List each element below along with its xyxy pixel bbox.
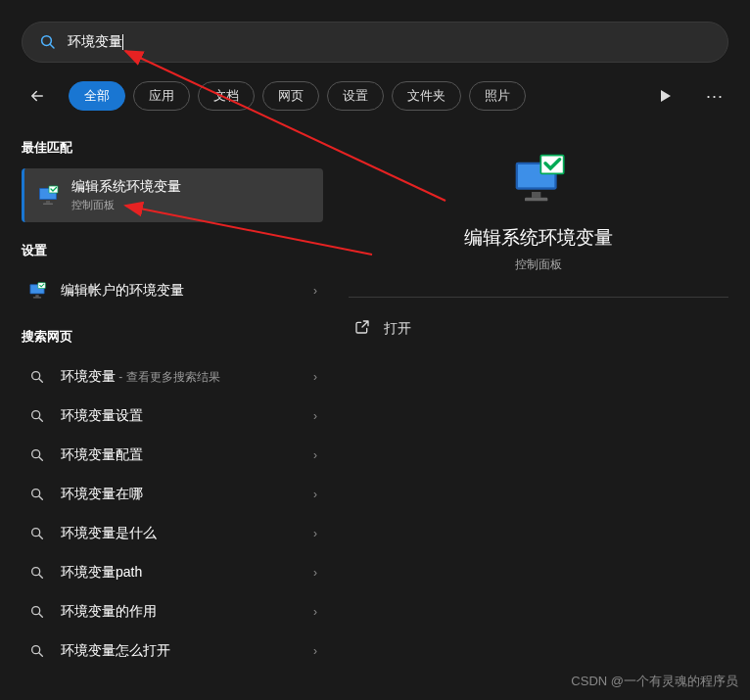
section-settings: 设置 xyxy=(22,242,323,259)
web-item-label: 环境变量设置 xyxy=(61,407,300,425)
web-search-item[interactable]: 环境变量path› xyxy=(22,553,323,592)
settings-item-label: 编辑帐户的环境变量 xyxy=(61,282,300,300)
search-icon xyxy=(27,406,47,426)
search-icon xyxy=(27,367,47,387)
web-item-label: 环境变量是什么 xyxy=(61,525,300,542)
chevron-right-icon: › xyxy=(313,370,317,384)
svg-rect-4 xyxy=(46,201,50,204)
svg-rect-11 xyxy=(38,283,46,289)
tab-apps[interactable]: 应用 xyxy=(133,81,190,111)
svg-point-12 xyxy=(32,372,40,380)
search-icon xyxy=(27,641,47,661)
tab-all[interactable]: 全部 xyxy=(69,81,125,111)
settings-item[interactable]: 编辑帐户的环境变量 › xyxy=(22,271,323,310)
search-icon xyxy=(27,602,47,622)
svg-rect-10 xyxy=(33,297,41,298)
arrow-left-icon xyxy=(28,87,46,105)
svg-line-27 xyxy=(39,653,42,656)
svg-rect-30 xyxy=(532,192,540,198)
svg-line-19 xyxy=(39,496,42,499)
best-match-subtitle: 控制面板 xyxy=(71,198,311,212)
tabs-row: 全部 应用 文档 网页 设置 文件夹 照片 ··· xyxy=(22,80,728,112)
back-button[interactable] xyxy=(22,80,53,112)
web-search-item[interactable]: 环境变量的作用› xyxy=(22,592,323,631)
web-search-item[interactable]: 环境变量是什么› xyxy=(22,514,323,553)
chevron-right-icon: › xyxy=(313,644,317,658)
best-match-title: 编辑系统环境变量 xyxy=(71,178,311,196)
svg-point-14 xyxy=(32,411,40,419)
svg-point-26 xyxy=(32,646,40,654)
open-external-icon xyxy=(354,319,370,338)
web-item-label: 环境变量的作用 xyxy=(61,603,300,621)
results-panel: 最佳匹配 编辑系统环境变量 控制面板 设置 xyxy=(0,133,345,671)
watermark: CSDN @一个有灵魂的程序员 xyxy=(571,673,738,690)
web-search-item[interactable]: 环境变量在哪› xyxy=(22,475,323,514)
web-item-label: 环境变量怎么打开 xyxy=(61,642,300,660)
text-cursor-icon xyxy=(122,34,123,50)
svg-line-17 xyxy=(39,457,42,460)
search-icon xyxy=(27,563,47,583)
svg-rect-5 xyxy=(43,203,53,205)
monitor-check-icon xyxy=(27,281,47,301)
chevron-right-icon: › xyxy=(313,488,317,501)
web-item-label: 环境变量配置 xyxy=(61,446,300,464)
search-icon xyxy=(38,32,58,52)
svg-line-15 xyxy=(39,418,42,421)
detail-subtitle: 控制面板 xyxy=(349,257,728,273)
web-item-label: 环境变量 - 查看更多搜索结果 xyxy=(61,368,300,386)
web-search-item[interactable]: 环境变量配置› xyxy=(22,436,323,475)
chevron-right-icon: › xyxy=(313,284,317,298)
chevron-right-icon: › xyxy=(313,527,317,540)
tab-photos[interactable]: 照片 xyxy=(469,81,526,111)
section-web: 搜索网页 xyxy=(22,328,323,346)
svg-line-21 xyxy=(39,536,42,538)
section-best-match: 最佳匹配 xyxy=(22,139,323,157)
monitor-check-icon xyxy=(511,151,566,206)
svg-point-20 xyxy=(32,529,40,537)
chevron-right-icon: › xyxy=(313,409,317,423)
svg-rect-9 xyxy=(35,295,38,297)
search-icon xyxy=(27,524,47,543)
search-query-text: 环境变量 xyxy=(68,33,122,51)
detail-panel: 编辑系统环境变量 控制面板 打开 xyxy=(345,133,750,671)
search-icon xyxy=(27,445,47,465)
chevron-right-icon: › xyxy=(313,448,317,462)
tab-web[interactable]: 网页 xyxy=(262,81,319,111)
best-match-item[interactable]: 编辑系统环境变量 控制面板 xyxy=(22,168,323,222)
play-button[interactable] xyxy=(652,82,680,110)
svg-point-18 xyxy=(32,490,40,497)
play-icon xyxy=(660,89,672,103)
web-search-item[interactable]: 环境变量 - 查看更多搜索结果› xyxy=(22,357,323,397)
tab-settings[interactable]: 设置 xyxy=(327,81,384,111)
svg-point-22 xyxy=(32,568,40,576)
web-search-item[interactable]: 环境变量怎么打开› xyxy=(22,631,323,671)
search-icon xyxy=(27,485,47,504)
divider xyxy=(349,297,728,298)
detail-title: 编辑系统环境变量 xyxy=(349,225,728,251)
svg-line-1 xyxy=(50,44,54,48)
svg-point-24 xyxy=(32,607,40,615)
ellipsis-icon: ··· xyxy=(706,86,724,107)
open-label: 打开 xyxy=(384,320,411,338)
web-item-label: 环境变量在哪 xyxy=(61,486,300,503)
web-item-label: 环境变量path xyxy=(61,564,300,582)
tab-folders[interactable]: 文件夹 xyxy=(392,81,461,111)
svg-line-23 xyxy=(39,575,42,578)
monitor-check-icon xyxy=(36,184,60,208)
svg-line-13 xyxy=(39,379,42,382)
content-area: 最佳匹配 编辑系统环境变量 控制面板 设置 xyxy=(0,133,750,671)
tab-docs[interactable]: 文档 xyxy=(198,81,255,111)
svg-point-16 xyxy=(32,450,40,458)
chevron-right-icon: › xyxy=(313,605,317,619)
search-bar[interactable]: 环境变量 xyxy=(22,22,728,63)
svg-line-25 xyxy=(39,614,42,617)
svg-rect-31 xyxy=(525,198,547,202)
web-search-item[interactable]: 环境变量设置› xyxy=(22,397,323,436)
open-action[interactable]: 打开 xyxy=(349,311,728,346)
chevron-right-icon: › xyxy=(313,566,317,580)
more-button[interactable]: ··· xyxy=(701,82,728,110)
